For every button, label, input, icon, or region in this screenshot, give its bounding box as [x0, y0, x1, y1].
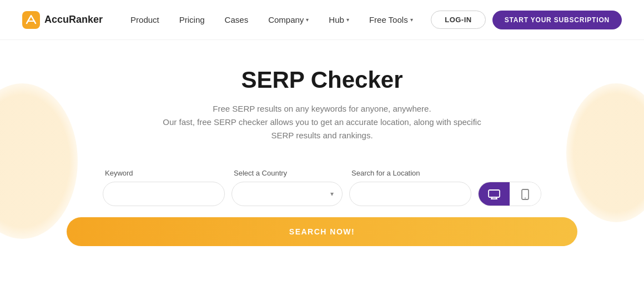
- navbar: AccuRanker Product Pricing Cases Company…: [0, 0, 644, 40]
- subscription-button[interactable]: START YOUR SUBSCRIPTION: [492, 11, 622, 29]
- form-row: Keyword Select a Country United States U…: [56, 169, 588, 206]
- nav-item-hub[interactable]: Hub ▾: [319, 0, 359, 40]
- logo[interactable]: AccuRanker: [22, 11, 103, 29]
- logo-icon: [22, 11, 40, 29]
- search-form: Keyword Select a Country United States U…: [56, 169, 588, 246]
- nav-item-product[interactable]: Product: [120, 0, 169, 40]
- brand-name: AccuRanker: [44, 14, 103, 26]
- keyword-group: Keyword: [103, 169, 225, 206]
- nav-item-pricing[interactable]: Pricing: [169, 0, 215, 40]
- svg-rect-1: [489, 190, 500, 197]
- mobile-icon: [521, 189, 529, 200]
- country-select[interactable]: United States United Kingdom Germany Fra…: [232, 182, 343, 206]
- chevron-down-icon: ▾: [410, 17, 413, 23]
- nav-actions: LOG-IN START YOUR SUBSCRIPTION: [431, 11, 622, 29]
- keyword-label: Keyword: [103, 169, 225, 177]
- country-select-wrapper: United States United Kingdom Germany Fra…: [232, 182, 343, 206]
- subtitle: Free SERP results on any keywords for an…: [155, 102, 489, 142]
- chevron-down-icon: ▾: [346, 17, 349, 23]
- chevron-down-icon: ▾: [306, 17, 309, 23]
- nav-item-free-tools[interactable]: Free Tools ▾: [359, 0, 423, 40]
- nav-links: Product Pricing Cases Company ▾ Hub ▾ Fr…: [120, 0, 431, 40]
- country-group: Select a Country United States United Ki…: [232, 169, 343, 206]
- svg-rect-0: [22, 11, 40, 29]
- location-input[interactable]: [349, 182, 471, 206]
- country-label: Select a Country: [232, 169, 343, 177]
- page-title: SERP Checker: [241, 67, 402, 93]
- keyword-input[interactable]: [103, 182, 225, 206]
- location-group: Search for a Location: [349, 169, 471, 206]
- nav-item-cases[interactable]: Cases: [215, 0, 259, 40]
- desktop-icon: [488, 189, 500, 199]
- location-label: Search for a Location: [349, 169, 471, 177]
- device-toggle: [478, 182, 541, 206]
- search-btn-row: SEARCH NOW!: [67, 217, 577, 246]
- device-desktop-button[interactable]: [479, 182, 510, 206]
- main-content: SERP Checker Free SERP results on any ke…: [0, 40, 644, 246]
- search-button[interactable]: SEARCH NOW!: [67, 217, 577, 246]
- svg-point-6: [525, 198, 526, 199]
- nav-item-company[interactable]: Company ▾: [258, 0, 319, 40]
- login-button[interactable]: LOG-IN: [431, 11, 486, 29]
- device-mobile-button[interactable]: [510, 182, 541, 206]
